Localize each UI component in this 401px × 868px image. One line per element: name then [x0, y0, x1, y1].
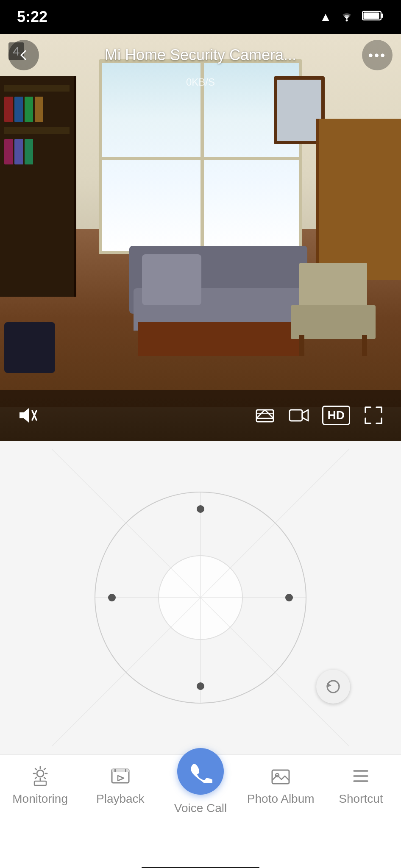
svg-rect-28: [114, 769, 116, 772]
more-button[interactable]: •••: [362, 40, 393, 70]
shortcut-label: Shortcut: [339, 792, 383, 806]
bitrate-label: 0KB/S: [186, 76, 215, 88]
screenshot-button[interactable]: [254, 405, 276, 426]
ptz-outer-ring[interactable]: [95, 492, 306, 704]
svg-line-10: [265, 410, 273, 418]
svg-rect-25: [34, 781, 46, 785]
svg-line-9: [256, 410, 265, 418]
dresser: [316, 119, 401, 280]
bookcase: [0, 76, 76, 297]
signal-icon: ▲: [320, 10, 331, 24]
voice-call-icon: [177, 748, 224, 795]
svg-point-0: [346, 19, 348, 21]
nav-voice-call[interactable]: Voice Call: [160, 748, 240, 815]
svg-rect-3: [364, 12, 379, 19]
ptz-dot-left[interactable]: [108, 594, 116, 601]
ptz-dot-down[interactable]: [197, 682, 204, 690]
mute-button[interactable]: [17, 406, 38, 424]
camera-controls-bar: HD: [0, 390, 401, 441]
chair: [291, 263, 376, 356]
svg-line-23: [35, 777, 36, 779]
ptz-dot-up[interactable]: [197, 505, 204, 513]
wifi-icon: [339, 10, 354, 25]
ptz-line-diag3: [52, 449, 200, 598]
svg-marker-4: [19, 408, 29, 423]
status-bar: 5:22 ▲: [0, 0, 401, 34]
svg-rect-29: [125, 769, 126, 772]
svg-marker-15: [327, 683, 331, 687]
svg-rect-2: [381, 14, 383, 18]
more-icon: •••: [368, 47, 387, 63]
camera-title: Mi Home Security Camera...: [105, 46, 296, 64]
nav-shortcut[interactable]: Shortcut: [321, 765, 401, 806]
fullscreen-button[interactable]: [363, 405, 384, 426]
monitoring-icon: [29, 765, 51, 787]
svg-line-22: [44, 768, 45, 770]
nav-photo-album[interactable]: Photo Album: [241, 765, 321, 806]
massage-device: [4, 322, 55, 373]
monitoring-label: Monitoring: [12, 792, 68, 806]
window: [99, 59, 302, 254]
nav-playback[interactable]: Playback: [80, 765, 160, 806]
nav-monitoring[interactable]: Monitoring: [0, 765, 80, 806]
hd-badge: HD: [322, 406, 350, 425]
ptz-dot-right[interactable]: [285, 594, 293, 601]
status-time: 5:22: [17, 8, 47, 26]
svg-point-16: [37, 770, 44, 777]
svg-rect-12: [290, 410, 302, 421]
camera-top-bar: Mi Home Security Camera... •••: [0, 34, 401, 76]
photo-album-label: Photo Album: [247, 792, 315, 806]
svg-marker-13: [302, 410, 308, 421]
sofa: [129, 246, 307, 356]
ptz-line-diag2: [200, 449, 349, 598]
voice-call-label: Voice Call: [174, 801, 227, 815]
ptz-line-diag4: [52, 598, 200, 746]
ptz-reset-button[interactable]: [316, 670, 350, 704]
bottom-nav: Monitoring Playback Voice Call: [0, 754, 401, 856]
shortcut-icon: [350, 765, 372, 787]
photo-album-icon: [270, 765, 292, 787]
record-button[interactable]: [288, 406, 309, 424]
ptz-area: [0, 441, 401, 754]
status-icons: ▲: [320, 10, 384, 25]
hd-button[interactable]: HD: [322, 406, 350, 425]
back-button[interactable]: [8, 40, 39, 70]
home-indicator: [0, 856, 401, 868]
svg-rect-30: [272, 770, 289, 784]
battery-icon: [362, 10, 384, 25]
svg-line-24: [44, 777, 45, 779]
camera-view: 4 Mi Home Security Camera... ••• 0KB/S: [0, 34, 401, 441]
playback-icon: [109, 765, 131, 787]
playback-label: Playback: [96, 792, 145, 806]
svg-line-21: [35, 768, 36, 770]
